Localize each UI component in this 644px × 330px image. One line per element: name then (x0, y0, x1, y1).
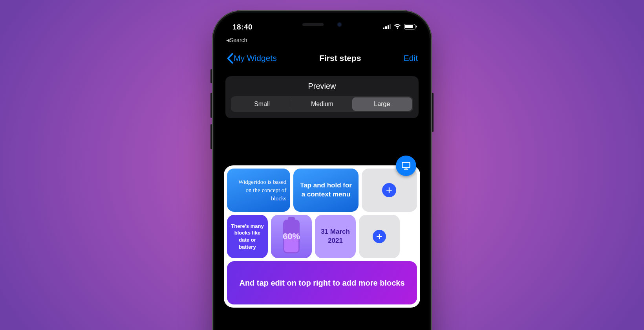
navigation-bar: My Widgets First steps Edit (219, 48, 425, 68)
status-time: 18:40 (232, 23, 252, 31)
nav-back-label: My Widgets (234, 53, 277, 63)
volume-down-button (210, 124, 212, 149)
widget-canvas[interactable]: Widgeridoo is based on the concept of bl… (224, 165, 420, 308)
status-right-cluster (383, 24, 415, 29)
widget-preview-area: Widgeridoo is based on the concept of bl… (219, 118, 425, 308)
intro-text-block[interactable]: Widgeridoo is based on the concept of bl… (227, 169, 290, 212)
back-caret-icon: ◀ (226, 38, 229, 43)
blocks-description-block[interactable]: There's many blocks like date or battery (227, 215, 268, 258)
widget-row-1: Widgeridoo is based on the concept of bl… (227, 169, 417, 212)
context-menu-label: Tap and hold for a context menu (298, 181, 353, 199)
blocks-description-label: There's many blocks like date or battery (230, 223, 265, 250)
phone-screen: 18:40 ◀ Search (219, 17, 425, 330)
add-block-button[interactable] (382, 183, 396, 197)
chevron-left-icon (226, 53, 234, 64)
plus-icon (376, 233, 383, 240)
empty-block-2[interactable] (359, 215, 400, 258)
wifi-icon (393, 24, 401, 29)
monitor-icon (401, 161, 411, 171)
display-mode-button[interactable] (396, 156, 416, 176)
date-block[interactable]: 31 March 2021 (315, 215, 356, 258)
date-label: 31 March 2021 (315, 227, 356, 246)
volume-up-button (210, 93, 212, 118)
footer-text-label: And tap edit on top right to add more bl… (239, 279, 404, 288)
widget-row-2: There's many blocks like date or battery… (227, 215, 417, 258)
power-button (432, 93, 434, 132)
speaker-grille (302, 23, 324, 26)
phone-frame: 18:40 ◀ Search (212, 10, 432, 330)
footer-text-block[interactable]: And tap edit on top right to add more bl… (227, 261, 417, 304)
battery-block[interactable]: 60% (271, 215, 312, 258)
widget-row-3: And tap edit on top right to add more bl… (227, 261, 417, 304)
battery-icon (404, 24, 415, 29)
battery-percentage-label: 60% (283, 231, 300, 242)
back-to-app-button[interactable]: ◀ Search (226, 37, 247, 43)
page-title: First steps (319, 53, 361, 63)
back-to-app-label: Search (230, 37, 247, 43)
preview-card: Preview Small Medium Large (225, 76, 419, 118)
notch (277, 17, 367, 31)
cellular-signal-icon (383, 24, 391, 29)
front-camera (337, 22, 342, 27)
size-option-small[interactable]: Small (232, 97, 292, 111)
size-option-medium[interactable]: Medium (292, 97, 352, 111)
intro-text-label: Widgeridoo is based on the concept of bl… (231, 178, 286, 203)
add-block-button[interactable] (373, 230, 386, 243)
preview-header: Preview (231, 82, 413, 91)
mute-switch (210, 69, 212, 83)
nav-back-button[interactable]: My Widgets (226, 53, 277, 64)
context-menu-text-block[interactable]: Tap and hold for a context menu (293, 169, 358, 212)
size-segmented-control[interactable]: Small Medium Large (231, 96, 413, 112)
edit-button[interactable]: Edit (404, 53, 418, 63)
svg-rect-0 (402, 162, 410, 167)
phone-bezel: 18:40 ◀ Search (214, 13, 430, 330)
size-option-large[interactable]: Large (352, 97, 412, 111)
plus-icon (386, 187, 393, 194)
